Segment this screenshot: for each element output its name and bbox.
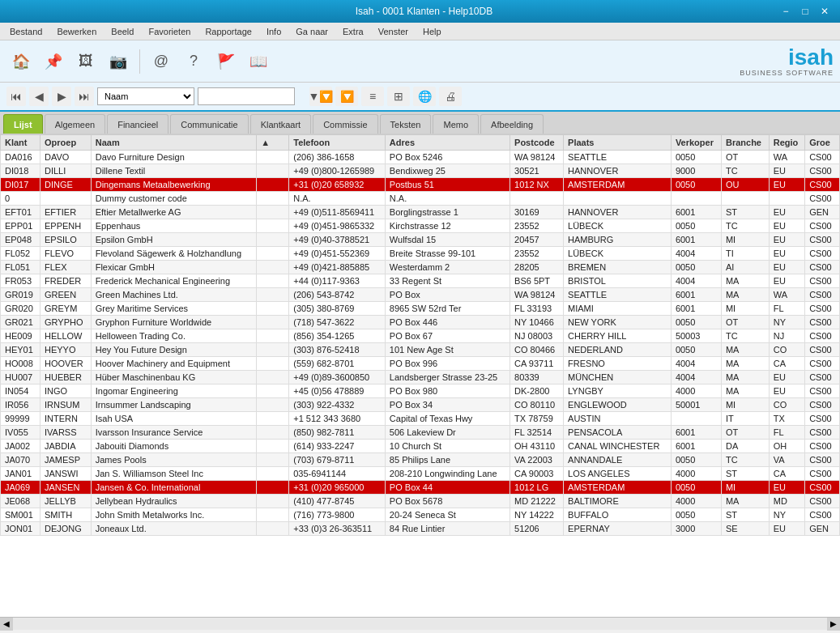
menu-item-ga naar[interactable]: Ga naar <box>289 23 335 40</box>
table-row[interactable]: JA070JAMESPJames Pools(703) 679-871185 P… <box>1 453 840 467</box>
image-icon[interactable]: 🖼 <box>71 47 100 76</box>
menu-item-info[interactable]: Info <box>260 23 288 40</box>
logo-sub: BUSINESS SOFTWARE <box>740 69 834 77</box>
flag-icon[interactable]: 🚩 <box>211 47 241 76</box>
col-header-5[interactable]: Adres <box>385 135 510 151</box>
table-row[interactable]: 99999INTERNIsah USA+1 512 343 3680Capita… <box>1 412 840 426</box>
tab-teksten[interactable]: Teksten <box>380 114 432 134</box>
table-row[interactable]: JON01DEJONGJoneaux Ltd.+33 (0)3 26-36351… <box>1 522 840 536</box>
tab-communicatie[interactable]: Communicatie <box>170 114 248 134</box>
home-icon[interactable]: 🏠 <box>6 47 36 76</box>
filter-clear-btn[interactable]: 🔽 <box>335 87 358 106</box>
col-header-4[interactable]: Telefoon <box>289 135 386 151</box>
col-header-9[interactable]: Branche <box>721 135 769 151</box>
col-header-7[interactable]: Plaats <box>564 135 672 151</box>
cell-0: 0 <box>1 192 41 206</box>
table-row[interactable]: GR020GREYMGrey Maritime Services(305) 38… <box>1 302 840 316</box>
col-header-8[interactable]: Verkoper <box>671 135 721 151</box>
table-row[interactable]: SM001SMITHJohn Smith Metalworks Inc.(716… <box>1 508 840 522</box>
tab-afbeelding[interactable]: Afbeelding <box>480 114 544 134</box>
tab-algemeen[interactable]: Algemeen <box>45 114 106 134</box>
table-row[interactable]: FR053FREDERFrederick Mechanical Engineer… <box>1 274 840 288</box>
cell-4: (856) 354-1265 <box>289 329 386 343</box>
nav-next-button[interactable]: ▶ <box>52 87 71 106</box>
table-row[interactable]: DI018DILLIDillene Textil+49 (0)800-12659… <box>1 164 840 178</box>
scroll-track[interactable] <box>13 618 827 630</box>
at-icon[interactable]: @ <box>147 47 176 76</box>
col-header-2[interactable]: Naam <box>91 135 257 151</box>
table-row[interactable]: JA002JABDIAJabouiti Diamonds(614) 933-22… <box>1 440 840 453</box>
minimize-button[interactable]: − <box>777 3 795 19</box>
cell-10: EU <box>769 233 804 247</box>
scroll-left-arrow[interactable]: ◀ <box>0 618 13 631</box>
scroll-right-arrow[interactable]: ▶ <box>827 618 840 631</box>
menu-item-bestand[interactable]: Bestand <box>3 23 49 40</box>
col-header-6[interactable]: Postcode <box>510 135 564 151</box>
table-row[interactable]: IN054INGOIngomar Engineering+45 (0)56 47… <box>1 384 840 398</box>
nav-last-button[interactable]: ⏭ <box>75 87 94 106</box>
grid-view-btn[interactable]: ⊞ <box>387 87 410 106</box>
menu-item-help[interactable]: Help <box>416 23 448 40</box>
table-row[interactable]: JE068JELLYBJellybean Hydraulics(410) 477… <box>1 495 840 508</box>
cell-11: CS00 <box>805 274 840 288</box>
menu-item-rapportage[interactable]: Rapportage <box>198 23 258 40</box>
col-header-3[interactable]: ▲ <box>257 135 289 151</box>
cell-2: Hey You Future Design <box>91 343 257 357</box>
cell-10: EU <box>769 247 804 261</box>
cell-10: CA <box>769 467 804 481</box>
menu-item-extra[interactable]: Extra <box>336 23 370 40</box>
tab-financieel[interactable]: Financieel <box>107 114 168 134</box>
table-row[interactable]: EP048EPSILOEpsilon GmbH+49 (0)40-3788521… <box>1 233 840 247</box>
toolbar-separator-4 <box>139 49 140 74</box>
help-icon[interactable]: ? <box>179 47 208 76</box>
col-header-11[interactable]: Groe <box>805 135 840 151</box>
maximize-button[interactable]: □ <box>796 3 814 19</box>
table-row[interactable]: HE009HELLOWHelloween Trading Co.(856) 35… <box>1 329 840 343</box>
table-row[interactable]: HEY01HEYYOHey You Future Design(303) 876… <box>1 343 840 357</box>
table-row[interactable]: FL052FLEVOFlevoland Sägewerk & Holzhandl… <box>1 247 840 261</box>
window-controls[interactable]: − □ ✕ <box>777 3 834 19</box>
tab-lijst[interactable]: Lijst <box>3 114 43 134</box>
nav-first-button[interactable]: ⏮ <box>6 87 26 106</box>
table-row[interactable]: IV055IVARSSIvarsson Insurance Service(85… <box>1 426 840 440</box>
table-row[interactable]: GR021GRYPHOGryphon Furniture Worldwide(7… <box>1 316 840 329</box>
filter-icon-btn[interactable]: ▼🔽 <box>309 87 332 106</box>
camera-icon[interactable]: 📷 <box>104 47 133 76</box>
menu-item-bewerken[interactable]: Bewerken <box>50 23 103 40</box>
close-button[interactable]: ✕ <box>816 3 834 19</box>
table-row[interactable]: JAN01JANSWIJan S. Williamson Steel Inc03… <box>1 467 840 481</box>
table-row[interactable]: EPP01EPPENHEppenhaus+49 (0)451-9865332Ki… <box>1 219 840 233</box>
tab-commissie[interactable]: Commissie <box>313 114 377 134</box>
list-view-btn[interactable]: ≡ <box>361 87 384 106</box>
table-row[interactable]: JA069JANSENJansen & Co. International+31… <box>1 481 840 495</box>
map-btn[interactable]: 🌐 <box>413 87 436 106</box>
print-btn[interactable]: 🖨 <box>439 87 462 106</box>
col-header-0[interactable]: Klant <box>1 135 41 151</box>
col-header-10[interactable]: Regio <box>769 135 804 151</box>
table-row[interactable]: IR056IRNSUMIrnsummer Landscaping(303) 92… <box>1 398 840 412</box>
search-input[interactable] <box>198 87 295 105</box>
table-row[interactable]: DI017DINGEDingemans Metaalbewerking+31 (… <box>1 178 840 192</box>
table-row[interactable]: 0Dummy customer codeN.A.N.A.CS00 <box>1 192 840 206</box>
tab-klantkaart[interactable]: Klantkaart <box>250 114 312 134</box>
table-row[interactable]: EFT01EFTIEREftier Metallwerke AG+49 (0)5… <box>1 206 840 219</box>
table-row[interactable]: GR019GREENGreen Machines Ltd.(206) 543-8… <box>1 288 840 302</box>
menu-item-favorieten[interactable]: Favorieten <box>142 23 197 40</box>
table-row[interactable]: HU007HUEBERHüber Maschinenbau KG+49 (0)8… <box>1 371 840 384</box>
cell-0: JA070 <box>1 453 41 467</box>
nav-prev-button[interactable]: ◀ <box>29 87 49 106</box>
table-row[interactable]: HO008HOOVERHoover Machinery and Equipmen… <box>1 357 840 371</box>
cell-8: 0050 <box>671 151 721 164</box>
cell-6: 23552 <box>510 247 564 261</box>
cell-9: OT <box>721 316 769 329</box>
menu-item-beeld[interactable]: Beeld <box>104 23 140 40</box>
menu-item-venster[interactable]: Venster <box>372 23 415 40</box>
table-container[interactable]: KlantOproepNaam▲TelefoonAdresPostcodePla… <box>0 134 840 617</box>
table-row[interactable]: FL051FLEXFlexicar GmbH+49 (0)421-885885W… <box>1 261 840 274</box>
tab-memo[interactable]: Memo <box>433 114 479 134</box>
search-field-select[interactable]: NaamKlantOproepTelefoon <box>97 87 194 105</box>
book-icon[interactable]: 📖 <box>244 47 273 76</box>
table-row[interactable]: DA016DAVODavo Furniture Design(206) 386-… <box>1 151 840 164</box>
pin-icon[interactable]: 📌 <box>39 47 68 76</box>
col-header-1[interactable]: Oproep <box>41 135 92 151</box>
